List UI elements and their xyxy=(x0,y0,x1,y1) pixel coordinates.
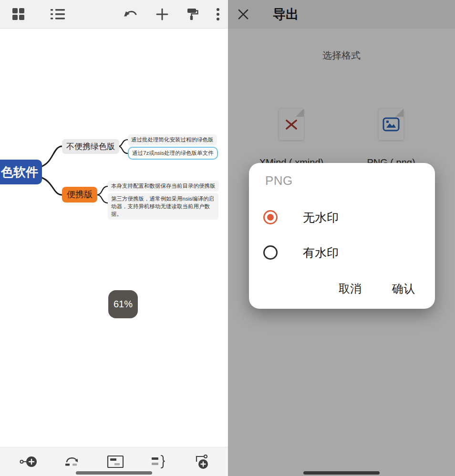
option-label: 有水印 xyxy=(303,245,339,261)
more-kebab-icon xyxy=(216,8,220,21)
mindmap-branch-node[interactable]: 便携版 xyxy=(62,187,97,203)
format-painter-button[interactable] xyxy=(184,5,201,23)
outline-view-button[interactable] xyxy=(48,6,67,22)
dialog-actions: 取消 确认 xyxy=(338,279,416,298)
png-export-dialog: PNG 无水印 有水印 取消 确认 xyxy=(249,163,435,309)
mindmap-branch-node[interactable]: 不便携绿色版 xyxy=(62,139,119,154)
add-sibling-topic-button[interactable] xyxy=(17,452,40,471)
option-no-watermark[interactable]: 无水印 xyxy=(263,208,424,227)
summary-button[interactable] xyxy=(148,452,169,471)
outline-list-icon xyxy=(51,9,65,20)
radio-selected-icon[interactable] xyxy=(263,210,278,224)
mindmap-connectors xyxy=(0,29,228,447)
toolbar-left-group xyxy=(4,5,67,23)
add-icon xyxy=(155,8,169,21)
add-topic-toolbar-button[interactable] xyxy=(153,5,171,23)
toolbar-right-group xyxy=(121,5,224,23)
mindmap-leaf-node[interactable]: 第三方便携版，通常例如采用nsis编译的启动器，支持异机移动无缝读取当前用户数据… xyxy=(108,193,218,220)
more-menu-button[interactable] xyxy=(214,5,222,23)
undo-button[interactable] xyxy=(121,6,141,23)
node-style-icon xyxy=(106,455,124,469)
move-topic-button[interactable] xyxy=(61,452,83,471)
zoom-level-badge: 61% xyxy=(108,290,138,318)
radio-unselected-icon[interactable] xyxy=(263,245,278,260)
mindmap-editor-panel: 色软件 不便携绿色版 通过批处理简化安装过程的绿色版 通过7z或nsis处理的绿… xyxy=(0,0,228,476)
format-painter-icon xyxy=(186,8,199,21)
mindmap-root-node[interactable]: 色软件 xyxy=(0,160,42,184)
editor-top-toolbar xyxy=(0,0,228,29)
grid-menu-icon xyxy=(12,8,25,20)
add-subtopic-icon xyxy=(192,454,208,469)
app-screenshot: 色软件 不便携绿色版 通过批处理简化安装过程的绿色版 通过7z或nsis处理的绿… xyxy=(0,0,455,476)
add-subtopic-button[interactable] xyxy=(190,452,211,472)
grid-menu-button[interactable] xyxy=(10,5,27,23)
move-topic-icon xyxy=(63,455,81,469)
gesture-bar-left[interactable] xyxy=(76,471,152,475)
node-style-button[interactable] xyxy=(104,452,127,471)
confirm-button[interactable]: 确认 xyxy=(391,279,416,298)
mindmap-leaf-node[interactable]: 本身支持配置和数据保存当前目录的便携版 xyxy=(108,181,219,192)
mindmap-leaf-node[interactable]: 通过批处理简化安装过程的绿色版 xyxy=(128,134,217,145)
add-topic-icon xyxy=(20,455,38,469)
cancel-button[interactable]: 取消 xyxy=(338,279,362,298)
export-panel: 导出 选择格式 XMind (.xmind) xyxy=(228,0,455,476)
mindmap-canvas[interactable]: 色软件 不便携绿色版 通过批处理简化安装过程的绿色版 通过7z或nsis处理的绿… xyxy=(0,29,228,447)
option-label: 无水印 xyxy=(303,210,339,225)
mindmap-leaf-node-selected[interactable]: 通过7z或nsis处理的绿色版单文件 xyxy=(128,147,218,160)
summary-brace-icon xyxy=(150,455,166,469)
undo-icon xyxy=(123,8,138,20)
dialog-title: PNG xyxy=(265,173,293,188)
option-with-watermark[interactable]: 有水印 xyxy=(263,243,424,262)
